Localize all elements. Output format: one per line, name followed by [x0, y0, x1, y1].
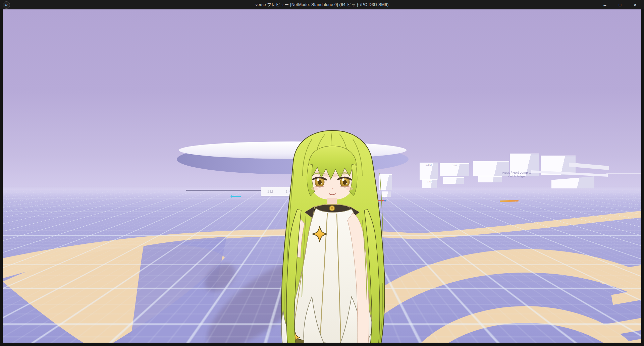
cyan-arrow-marker	[231, 196, 241, 197]
distant-ledge	[186, 190, 261, 191]
block-label: 2.5M	[426, 163, 432, 166]
block-step: 1 M	[422, 179, 437, 188]
hint-line: catch ledge	[493, 174, 540, 178]
tutorial-hint-text: Press / Hold Jump to catch ledge	[493, 171, 540, 178]
unreal-engine-logo-icon[interactable]: u	[3, 1, 10, 9]
hint-line: Press / Hold Jump to	[493, 171, 540, 174]
block-tall: 2.5M	[420, 163, 438, 180]
block-mid: 1 M	[440, 163, 469, 176]
titlebar: u verse プレビュー [NetMode: Standalone 0] (6…	[0, 0, 644, 9]
ramp	[606, 173, 641, 174]
block-label: 1 M	[427, 180, 431, 183]
block	[443, 177, 464, 184]
minimize-button[interactable]: –	[597, 0, 612, 10]
close-button[interactable]: ×	[628, 0, 643, 10]
window-title: verse プレビュー [NetMode: Standalone 0] (64-…	[0, 2, 644, 8]
window-controls: – □ ×	[597, 0, 643, 10]
character-avatar	[262, 129, 409, 343]
maximize-button[interactable]: □	[612, 0, 628, 10]
game-viewport[interactable]: 1 M 1 M 1 M 2.5M 1 M 1 M Press / Hold Ju…	[3, 9, 641, 343]
block-label: 1 M	[452, 164, 457, 167]
